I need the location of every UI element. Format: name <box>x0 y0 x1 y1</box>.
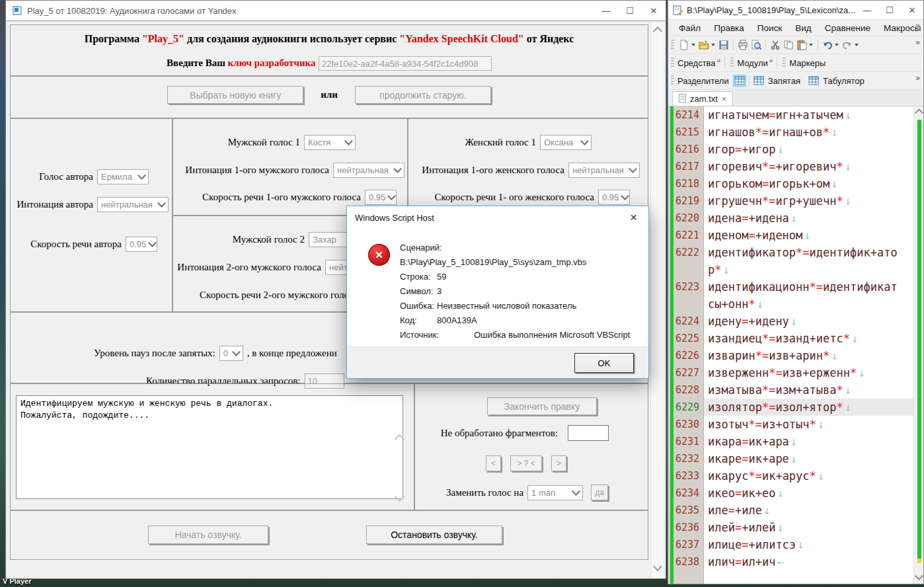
editor-line[interactable]: 6216игор=+игор↓ <box>668 141 914 158</box>
minimize-button[interactable]: — <box>856 1 878 19</box>
line-text[interactable]: илей=+илей↓ <box>704 519 914 536</box>
stop-voicing-button[interactable]: Остановить озвучку. <box>366 526 502 544</box>
markers-button[interactable]: Маркеры <box>789 58 826 68</box>
replace-voice-select[interactable]: 1 man <box>527 485 583 500</box>
editor-titlebar[interactable]: B:\Play\Play_5_100819\Play_5\Lexicon\za.… <box>668 1 923 20</box>
menu-compare[interactable]: Сравнение <box>825 23 870 33</box>
editor-line[interactable]: 6234икео=ик+ео↓ <box>668 485 914 502</box>
open-file-dropdown-icon[interactable] <box>711 44 715 46</box>
developer-key-input[interactable] <box>319 56 492 71</box>
scroll-down-icon[interactable] <box>653 562 662 571</box>
find-icon[interactable] <box>750 38 763 52</box>
new-file-icon[interactable] <box>677 38 691 52</box>
open-file-icon[interactable] <box>697 38 711 52</box>
tools-button[interactable]: Средства <box>677 58 716 68</box>
editor-line[interactable]: 6237илице=+илитсэ↓ <box>668 536 914 553</box>
editor-line[interactable]: 6236илей=+илей↓ <box>668 519 914 536</box>
line-text[interactable]: идену=+идену↓ <box>704 313 914 330</box>
male1-rate-select[interactable]: 0.95 <box>365 190 397 205</box>
toolbar-grip[interactable] <box>783 58 786 68</box>
line-text[interactable]: игор=+игор↓ <box>704 141 914 158</box>
pause-level-select[interactable]: 0 <box>219 346 243 361</box>
finish-edit-button[interactable]: Закончить правку <box>487 397 597 415</box>
redo-icon[interactable] <box>841 38 854 52</box>
close-button[interactable]: ✕ <box>901 1 923 19</box>
line-text[interactable]: идена=+идена↓ <box>704 210 914 227</box>
wsh-titlebar[interactable]: Windows Script Host ✕ <box>347 206 648 229</box>
minimize-button[interactable]: — <box>594 1 618 20</box>
editor-line[interactable]: 6224идену=+идену↓ <box>668 313 914 330</box>
toolbar-overflow-icon[interactable]: » <box>915 38 920 47</box>
toolbar-grip[interactable] <box>730 58 734 68</box>
close-icon[interactable]: ✕ <box>619 207 648 229</box>
editor-line[interactable]: 6222идентификатор*=идентифик+атор*↓ <box>668 244 914 278</box>
line-text[interactable]: игнашов*=игнаш+ов*↓ <box>704 124 914 141</box>
paste-dropdown-icon[interactable] <box>809 44 813 46</box>
maximize-button[interactable]: ☐ <box>878 1 901 19</box>
copy-icon[interactable] <box>782 38 795 52</box>
start-voicing-button[interactable]: Начать озвучку. <box>148 526 268 544</box>
editor-scrollbar[interactable] <box>913 106 923 584</box>
editor-line[interactable]: 6215игнашов*=игнаш+ов*↓ <box>668 124 914 141</box>
comma-mode-icon[interactable] <box>752 75 765 87</box>
line-text[interactable]: игорьком=игорьк+ом↓ <box>704 175 914 192</box>
redo-dropdown-icon[interactable] <box>855 44 859 46</box>
toolbar-grip[interactable] <box>671 58 674 68</box>
menu-overflow-icon[interactable]: » <box>915 21 920 30</box>
modules-more-icon[interactable]: » <box>769 57 773 64</box>
editor-line[interactable]: 6221иденом=+иденом↓ <box>668 227 914 244</box>
line-text[interactable]: икара=ик+ара↓ <box>704 433 914 450</box>
editor-line[interactable]: 6220идена=+идена↓ <box>668 210 914 227</box>
male1-intonation-select[interactable]: нейтральная <box>333 163 404 178</box>
menu-view[interactable]: Вид <box>795 23 811 33</box>
menu-edit[interactable]: Правка <box>714 23 744 33</box>
author-voice-select[interactable]: Ермила <box>97 169 149 184</box>
play5-titlebar[interactable]: Play_5 от 10082019: Аудиокнига голосами … <box>6 1 666 21</box>
next-fragment-button[interactable]: > <box>551 455 566 471</box>
line-text[interactable]: иденом=+иденом↓ <box>704 227 914 244</box>
editor-line[interactable]: 6235иле=+иле↓ <box>668 502 914 519</box>
paste-icon[interactable] <box>795 38 808 52</box>
editor-line[interactable]: 6218игорьком=игорьк+ом↓ <box>668 175 914 192</box>
editor-line[interactable]: 6223идентификационн*=идентификатсы+онн*↓ <box>668 278 914 313</box>
scroll-up-icon[interactable] <box>653 26 662 36</box>
editor-line[interactable]: 6217игоревич*=+игоревич*↓ <box>668 158 914 175</box>
menu-search[interactable]: Поиск <box>757 23 782 33</box>
csv-toolbar-overflow-icon[interactable]: » <box>915 73 920 83</box>
ok-button[interactable]: OK <box>574 353 634 373</box>
editor-line[interactable]: 6226изварин*=изв+арин*↓ <box>668 347 914 364</box>
close-button[interactable]: ✕ <box>642 1 666 20</box>
line-text[interactable]: изолятор*=изол+ятор*↓ <box>704 399 914 416</box>
female1-voice-select[interactable]: Оксана <box>540 135 592 150</box>
line-text[interactable]: идентификационн*=идентификатсы+онн*↓ <box>704 278 914 313</box>
scroll-down-icon[interactable] <box>915 572 923 580</box>
author-intonation-select[interactable]: нейтральная <box>97 197 169 212</box>
line-text[interactable]: игрушечн*=игр+ушечн*↓ <box>704 192 914 210</box>
select-new-book-button[interactable]: Выбрать новую книгу <box>167 86 303 104</box>
prev-fragment-button[interactable]: < <box>486 455 501 471</box>
undo-dropdown-icon[interactable] <box>835 44 839 46</box>
continue-old-book-button[interactable]: продолжить старую. <box>355 86 491 104</box>
print-icon[interactable] <box>736 38 750 52</box>
line-text[interactable]: илице=+илитсэ↓ <box>704 536 914 553</box>
main-scrollbar[interactable] <box>650 22 664 578</box>
line-text[interactable]: икарус*=ик+арус*↓ <box>704 467 914 485</box>
line-text[interactable]: игнатычем=игн+атычем↓ <box>704 106 914 124</box>
menu-file[interactable]: Файл <box>679 23 701 33</box>
female1-rate-select[interactable]: 0.95 <box>598 190 630 205</box>
editor-line[interactable]: 6238илич=ил+ич← <box>668 553 914 570</box>
tab-close-icon[interactable]: × <box>722 95 726 104</box>
female1-intonation-select[interactable]: нейтральная <box>568 163 640 178</box>
new-file-dropdown-icon[interactable] <box>691 44 695 46</box>
line-text[interactable]: изотыч*=из+отыч*↓ <box>704 416 914 433</box>
line-text[interactable]: икаре=ик+аре↓ <box>704 450 914 467</box>
scroll-up-icon[interactable] <box>915 108 923 117</box>
modules-button[interactable]: Модули <box>737 58 768 68</box>
tools-more-icon[interactable]: » <box>717 57 721 64</box>
line-text[interactable]: икео=ик+ео↓ <box>704 485 914 502</box>
undo-icon[interactable] <box>821 38 834 52</box>
author-rate-select[interactable]: 0.95 <box>126 237 157 252</box>
tab-zam-txt[interactable]: zam.txt × <box>672 91 733 106</box>
normal-mode-icon[interactable] <box>733 75 746 87</box>
line-text[interactable]: изматыва*=изм+атыва*↓ <box>704 381 914 399</box>
